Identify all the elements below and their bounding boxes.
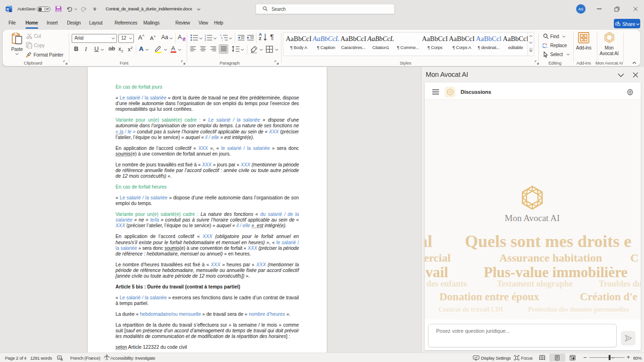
svg-text:W: W (6, 8, 9, 11)
svg-text:A: A (58, 356, 61, 359)
svg-text:i: i (222, 39, 223, 41)
svg-text:c: c (546, 45, 547, 49)
svg-text:3: 3 (205, 39, 206, 41)
